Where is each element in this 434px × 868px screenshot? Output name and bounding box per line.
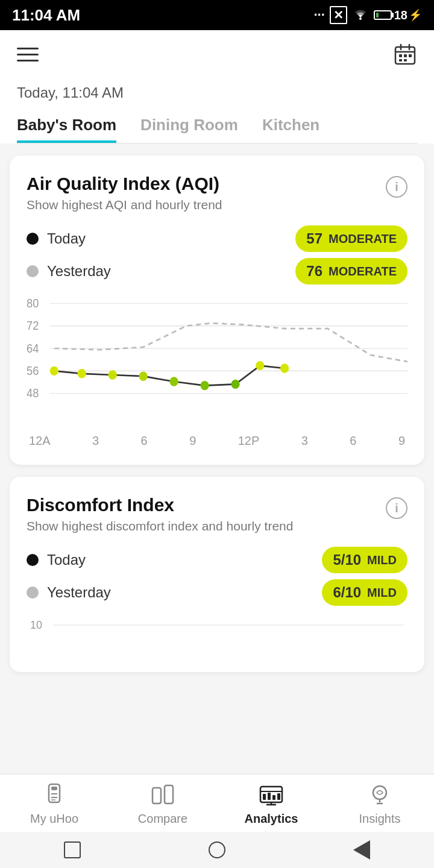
aqi-title-group: Air Quality Index (AQI) Show highest AQI…	[27, 174, 222, 212]
svg-rect-7	[409, 54, 412, 57]
battery-level: 18	[394, 8, 407, 22]
hamburger-line-3	[17, 60, 39, 61]
android-back-button[interactable]	[353, 840, 370, 860]
top-nav	[0, 30, 434, 78]
x-label-12p: 12P	[238, 434, 260, 448]
aqi-today-value: 57	[306, 230, 322, 247]
discomfort-subtitle: Show highest discomfort index and hourly…	[27, 519, 293, 533]
wifi-icon	[352, 7, 369, 24]
svg-point-20	[50, 366, 58, 376]
svg-point-26	[231, 380, 239, 389]
svg-point-22	[108, 370, 117, 379]
discomfort-chart-svg: 10	[27, 617, 407, 653]
svg-point-46	[373, 786, 386, 799]
svg-rect-37	[165, 785, 173, 804]
aqi-chart-x-labels: 12A 3 6 9 12P 3 6 9	[27, 430, 407, 448]
x-label-6a: 6	[141, 434, 148, 448]
menu-button[interactable]	[17, 48, 39, 61]
x-icon: ✕	[330, 6, 347, 24]
header-section: Today, 11:04 AM Baby's Room Dining Room …	[0, 78, 434, 143]
x-label-3a: 3	[92, 434, 99, 448]
nav-my-uhoo[interactable]: My uHoo	[18, 783, 90, 826]
nav-analytics[interactable]: Analytics	[235, 783, 307, 826]
svg-rect-41	[268, 793, 271, 800]
x-label-6p: 6	[350, 434, 356, 448]
bottom-nav: My uHoo Compare Analytics	[0, 774, 434, 832]
svg-point-28	[280, 363, 289, 373]
aqi-yesterday-status: MODERATE	[329, 265, 397, 278]
aqi-chart-svg: 80 72 64 56 48	[27, 295, 407, 428]
android-nav-bar	[0, 832, 434, 868]
aqi-today-status: MODERATE	[329, 232, 397, 246]
compare-icon	[150, 783, 175, 808]
x-label-3p: 3	[301, 434, 308, 448]
status-bar: 11:04 AM ··· ✕ 18 ⚡	[0, 0, 434, 30]
nav-compare[interactable]: Compare	[127, 783, 199, 826]
cards-container: Air Quality Index (AQI) Show highest AQI…	[0, 143, 434, 684]
svg-text:80: 80	[27, 297, 39, 310]
room-tabs: Baby's Room Dining Room Kitchen	[17, 110, 417, 143]
discomfort-today-label: Today	[47, 552, 86, 568]
tab-dining-room[interactable]: Dining Room	[140, 110, 238, 143]
aqi-today-dot	[27, 233, 39, 245]
svg-rect-43	[277, 793, 280, 800]
nav-insights-label: Insights	[359, 812, 401, 826]
aqi-yesterday-dot	[27, 265, 39, 277]
svg-rect-9	[404, 59, 407, 61]
aqi-card-header: Air Quality Index (AQI) Show highest AQI…	[27, 174, 407, 212]
android-square-button[interactable]	[64, 841, 81, 858]
svg-rect-42	[272, 795, 275, 800]
svg-rect-32	[51, 787, 57, 790]
analytics-icon	[259, 783, 284, 808]
aqi-card: Air Quality Index (AQI) Show highest AQI…	[10, 156, 424, 465]
svg-rect-36	[153, 788, 161, 804]
svg-rect-8	[399, 59, 402, 61]
discomfort-today-status: MILD	[367, 553, 397, 567]
aqi-subtitle: Show highest AQI and hourly trend	[27, 198, 222, 212]
nav-compare-label: Compare	[138, 812, 187, 826]
hamburger-line-2	[17, 54, 39, 55]
main-content: Air Quality Index (AQI) Show highest AQI…	[0, 143, 434, 787]
status-icons: ··· ✕ 18 ⚡	[313, 6, 422, 24]
discomfort-title-group: Discomfort Index Show highest discomfort…	[27, 495, 293, 533]
discomfort-yesterday-label: Yesterday	[47, 584, 111, 601]
aqi-legend: Today 57 MODERATE Yesterday 76 MODERATE	[27, 225, 407, 285]
svg-rect-40	[263, 794, 266, 800]
discomfort-info-button[interactable]: i	[386, 497, 407, 519]
svg-point-24	[170, 377, 178, 386]
svg-text:72: 72	[27, 319, 39, 333]
android-home-button[interactable]	[209, 841, 225, 858]
aqi-title: Air Quality Index (AQI)	[27, 174, 222, 194]
battery-indicator: 18 ⚡	[374, 8, 422, 22]
svg-point-0	[359, 17, 362, 20]
time-display: 11:04 AM	[12, 6, 80, 25]
tab-kitchen[interactable]: Kitchen	[262, 110, 319, 143]
signal-dots: ···	[313, 7, 324, 23]
svg-point-23	[139, 372, 148, 381]
x-label-9p: 9	[398, 434, 405, 448]
svg-point-21	[78, 369, 86, 378]
tab-babys-room[interactable]: Baby's Room	[17, 110, 116, 143]
discomfort-today-value: 5/10	[333, 552, 361, 568]
discomfort-yesterday-row: Yesterday 6/10 MILD	[27, 579, 407, 606]
svg-text:48: 48	[27, 387, 39, 400]
x-label-12a: 12A	[29, 434, 51, 448]
svg-text:10: 10	[30, 619, 42, 631]
discomfort-title: Discomfort Index	[27, 495, 293, 515]
nav-analytics-label: Analytics	[245, 812, 298, 826]
calendar-button[interactable]	[393, 42, 417, 66]
svg-rect-5	[399, 54, 402, 57]
svg-point-27	[256, 361, 264, 370]
date-label: Today, 11:04 AM	[17, 84, 417, 101]
discomfort-today-badge: 5/10 MILD	[322, 547, 407, 573]
aqi-yesterday-value: 76	[306, 263, 322, 280]
discomfort-card-header: Discomfort Index Show highest discomfort…	[27, 495, 407, 533]
discomfort-yesterday-status: MILD	[367, 586, 397, 600]
hamburger-line-1	[17, 48, 39, 49]
discomfort-yesterday-badge: 6/10 MILD	[322, 579, 407, 606]
discomfort-today-row: Today 5/10 MILD	[27, 547, 407, 573]
nav-my-uhoo-label: My uHoo	[30, 812, 78, 826]
aqi-info-button[interactable]: i	[386, 176, 407, 198]
nav-insights[interactable]: Insights	[344, 783, 416, 826]
discomfort-chart: 10	[27, 617, 407, 655]
